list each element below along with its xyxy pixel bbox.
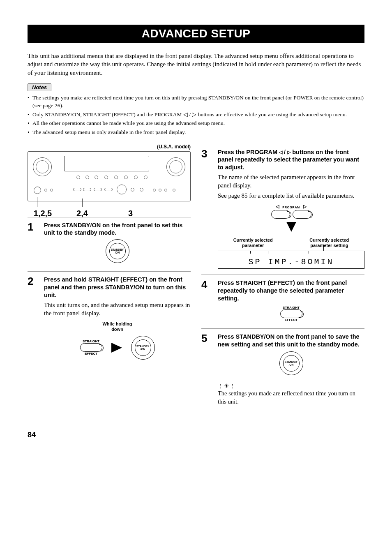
straight-top-label: STRAIGHT [280,306,302,309]
step-3: 3 Press the PROGRAM ◁ / ▷ buttons on the… [201,144,364,269]
program-label: PROGRAM [282,205,300,209]
right-triangle-icon: ▷ [303,204,307,209]
straight-top-label: STRAIGHT [80,339,102,343]
step-text: The name of the selected parameter appea… [218,173,364,190]
standby-on-button-icon: STANDBY /ON [106,239,129,263]
step-text: This unit turns on, and the advanced set… [44,301,191,318]
front-panel-diagram: 1,2,5 2,4 3 [28,151,191,201]
step-number: 4 [201,279,212,323]
straight-effect-button-icon: STRAIGHT EFFECT [80,339,102,355]
straight-bottom-label: EFFECT [80,352,102,355]
step-heading: Press STRAIGHT (EFFECT) on the front pan… [218,279,364,302]
lcd-display: SP IMP.-8ΩMIN [218,251,364,269]
step-text: See page 85 for a complete list of avail… [218,192,364,200]
step-1: 1 Press STANDBY/ON on the front panel to… [28,217,191,266]
step-heading: Press STANDBY/ON on the front panel to s… [44,222,191,237]
left-triangle-icon: ◁ [279,149,282,155]
selected-setting-label: Currently selected parameter setting [294,238,364,248]
tip-text: The settings you made are reflected next… [218,390,364,406]
notes-list: The settings you make are reflected next… [28,94,364,136]
note-item: The settings you make are reflected next… [28,94,364,110]
straight-bottom-label: EFFECT [280,318,302,322]
step-2: 2 Press and hold STRAIGHT (EFFECT) on th… [28,271,191,361]
diagram-callout-2: 2,4 [58,209,107,218]
note-item: All the other operations cannot be made … [28,119,364,127]
model-label: (U.S.A. model) [28,144,191,150]
standby-on-button-icon: STANDBY /ON [131,336,155,360]
step-number: 1 [28,222,38,266]
straight-effect-button-icon: STRAIGHT EFFECT [280,306,302,322]
tip-icon: ⋮☀⋮ [218,383,364,390]
lcd-text: SP IMP.-8ΩMIN [218,257,364,267]
selected-parameter-label: Currently selected parameter [218,238,288,248]
note-item: The advanced setup menu is only availabl… [28,128,364,136]
standby-on-button-icon: STANDBY /ON [279,351,303,375]
standby-label: STANDBY /ON [283,355,300,372]
step-5: 5 Press STANDBY/ON on the front panel to… [201,328,364,406]
step-number: 3 [201,148,212,269]
diagram-callout-1: 1,2,5 [28,209,58,218]
step-number: 5 [201,333,212,406]
standby-label: STANDBY /ON [135,339,151,356]
section-title: ADVANCED SETUP [28,25,364,43]
standby-label: STANDBY /ON [109,243,126,259]
step-heading: Press and hold STRAIGHT (EFFECT) on the … [44,276,191,299]
step-4: 4 Press STRAIGHT (EFFECT) on the front p… [201,275,364,323]
step-heading: Press the PROGRAM ◁ / ▷ buttons on the f… [218,148,364,172]
arrow-down-icon [286,222,296,232]
program-buttons-icon [218,210,364,219]
step-heading: Press STANDBY/ON on the front panel to s… [218,333,364,349]
hold-label: While holding down [44,321,191,332]
diagram-callout-3: 3 [107,209,190,218]
left-triangle-icon: ◁ [276,204,279,209]
right-triangle-icon: ▷ [287,149,291,155]
step-number: 2 [28,276,38,361]
step-head-part-a: Press the PROGRAM [218,149,279,155]
note-item: Only STANDBY/ON, STRAIGHT (EFFECT) and t… [28,111,364,119]
notes-heading: Notes [28,83,51,91]
intro-paragraph: This unit has additional menus that are … [28,52,364,77]
page-number: 84 [28,431,364,439]
arrow-right-icon [111,343,122,353]
